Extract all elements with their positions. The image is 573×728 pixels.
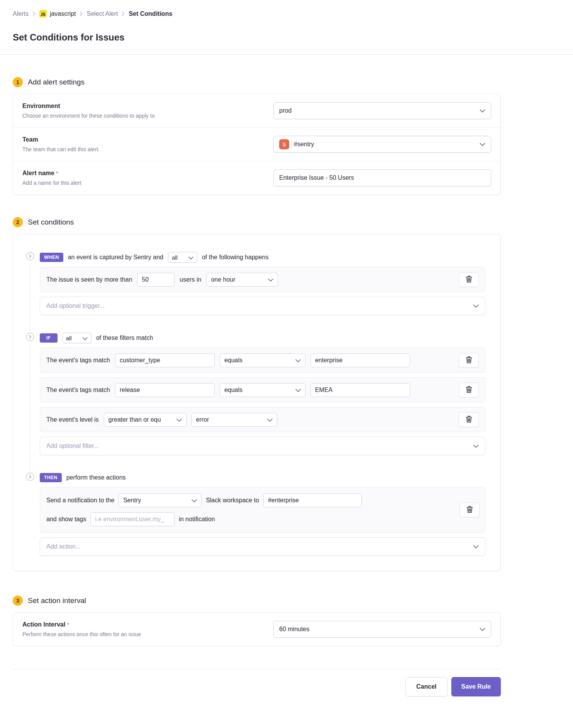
alert-name-input[interactable] xyxy=(273,169,491,186)
section-conditions-header: 2 Set conditions xyxy=(13,217,501,227)
interval-panel: Action Interval* Perform these actions o… xyxy=(13,612,501,646)
page-header: Alerts JS javascript Select Alert Set Co… xyxy=(0,0,573,43)
trash-icon xyxy=(466,506,473,514)
slack-action-line-2: and show tags in notification xyxy=(46,512,454,526)
breadcrumb-alerts[interactable]: Alerts xyxy=(13,10,29,17)
level-value-select[interactable]: error xyxy=(192,413,277,427)
tag-value-input[interactable] xyxy=(310,353,410,367)
channel-input[interactable] xyxy=(263,493,362,507)
chevron-down-icon xyxy=(473,543,479,550)
action-interval-label: Action Interval* xyxy=(22,621,141,628)
chevron-right-icon xyxy=(32,11,36,16)
delete-filter-button[interactable] xyxy=(459,353,479,368)
team-labels: Team The team that can edit this alert. xyxy=(22,136,100,152)
filter-label: The event's tags match xyxy=(46,387,110,394)
step-2-badge: 2 xyxy=(13,217,23,227)
chevron-down-icon xyxy=(480,107,485,114)
chevron-down-icon xyxy=(176,416,182,423)
main-content: 1 Add alert settings Environment Choose … xyxy=(0,77,573,669)
when-row-text-mid: users in xyxy=(180,276,201,283)
tags-input[interactable] xyxy=(90,512,175,526)
team-select[interactable]: S #sentry xyxy=(273,136,491,153)
add-trigger-dropdown[interactable]: Add optional trigger... xyxy=(40,297,485,315)
chevron-down-icon xyxy=(267,416,273,423)
section-conditions-title: Set conditions xyxy=(28,218,74,226)
if-text-after: of these filters match xyxy=(96,334,153,341)
breadcrumb-project[interactable]: JS javascript xyxy=(39,10,76,17)
environment-select[interactable]: prod xyxy=(273,102,491,119)
action-interval-row: Action Interval* Perform these actions o… xyxy=(13,613,500,646)
action-interval-select[interactable]: 60 minutes xyxy=(273,621,491,638)
team-selected-option: S #sentry xyxy=(279,139,314,149)
tag-key-input[interactable] xyxy=(115,383,215,397)
action-text-before: Send a notification to the xyxy=(46,497,114,504)
chevron-down-icon xyxy=(480,141,485,148)
team-label: Team xyxy=(22,136,100,143)
tag-op-value: equals xyxy=(224,387,242,394)
breadcrumb-project-label: javascript xyxy=(50,10,76,17)
section-interval-header: 3 Set action interval xyxy=(13,596,501,606)
environment-label: Environment xyxy=(22,103,154,110)
tag-op-select[interactable]: equals xyxy=(220,383,305,397)
chevron-down-icon xyxy=(473,443,479,449)
chevron-down-icon xyxy=(295,357,301,364)
when-all-select[interactable]: all xyxy=(168,252,197,263)
collapse-chevron-icon[interactable] xyxy=(26,473,34,481)
workspace-select[interactable]: Sentry xyxy=(119,493,202,507)
section-settings-title: Add alert settings xyxy=(28,78,85,86)
trash-icon xyxy=(466,356,472,365)
save-rule-button[interactable]: Save Rule xyxy=(451,677,501,696)
add-filter-dropdown[interactable]: Add optional filter... xyxy=(40,437,485,455)
when-all-value: all xyxy=(172,254,178,261)
settings-panel: Environment Choose an environment for th… xyxy=(13,94,501,195)
conditions-panel: WHEN an event is captured by Sentry and … xyxy=(13,234,501,571)
level-op-select[interactable]: greater than or equ xyxy=(104,413,186,427)
page-title: Set Conditions for Issues xyxy=(13,32,501,43)
section-gap xyxy=(26,315,485,333)
filter-label: The event's level is xyxy=(46,416,99,423)
breadcrumb-select-alert[interactable]: Select Alert xyxy=(86,10,118,17)
section-gap xyxy=(26,455,485,473)
alert-name-label: Alert name* xyxy=(22,170,81,177)
team-description: The team that can edit this alert. xyxy=(22,146,100,152)
cancel-button[interactable]: Cancel xyxy=(405,677,447,696)
alert-rule-page: Alerts JS javascript Select Alert Set Co… xyxy=(0,0,573,713)
trash-icon xyxy=(466,386,472,394)
tag-op-select[interactable]: equals xyxy=(220,353,305,367)
then-section: THEN perform these actions Send a notifi… xyxy=(26,473,485,556)
chevron-down-icon xyxy=(192,497,197,504)
collapse-chevron-icon[interactable] xyxy=(26,252,34,260)
delete-action-button[interactable] xyxy=(459,503,480,517)
filter-row-level: The event's level is greater than or equ… xyxy=(40,407,485,432)
alert-name-labels: Alert name* Add a name for this alert xyxy=(22,170,81,186)
user-count-input[interactable] xyxy=(137,273,175,287)
action-tags-text-after: in notification xyxy=(179,516,215,523)
tag-key-input[interactable] xyxy=(115,353,215,367)
when-header: WHEN an event is captured by Sentry and … xyxy=(40,252,485,263)
trash-icon xyxy=(466,275,472,284)
add-action-placeholder: Add action... xyxy=(46,543,81,550)
add-action-dropdown[interactable]: Add action... xyxy=(40,537,485,556)
slack-action-line-1: Send a notification to the Sentry Slack … xyxy=(46,493,454,507)
action-tags-text-before: and show tags xyxy=(46,516,86,523)
trash-icon xyxy=(466,416,472,424)
footer-actions: Cancel Save Rule xyxy=(0,669,573,713)
delete-filter-button[interactable] xyxy=(459,383,479,397)
required-asterisk: * xyxy=(56,170,58,176)
chevron-down-icon xyxy=(480,626,485,633)
chevron-down-icon xyxy=(268,276,273,283)
delete-condition-button[interactable] xyxy=(459,272,479,287)
chevron-right-icon xyxy=(80,11,83,16)
environment-description: Choose an environment for these conditio… xyxy=(22,113,154,119)
interval-select[interactable]: one hour xyxy=(206,273,278,287)
chevron-down-icon xyxy=(295,387,301,394)
if-all-value: all xyxy=(66,335,72,341)
if-all-select[interactable]: all xyxy=(62,333,92,343)
if-section: IF all of these filters match The event'… xyxy=(26,333,485,455)
action-interval-description: Perform these actions once this often fo… xyxy=(22,631,141,637)
step-1-badge: 1 xyxy=(13,77,23,87)
tag-value-input[interactable] xyxy=(310,383,410,397)
if-badge: IF xyxy=(40,333,58,343)
delete-filter-button[interactable] xyxy=(459,412,479,427)
collapse-chevron-icon[interactable] xyxy=(26,333,34,341)
